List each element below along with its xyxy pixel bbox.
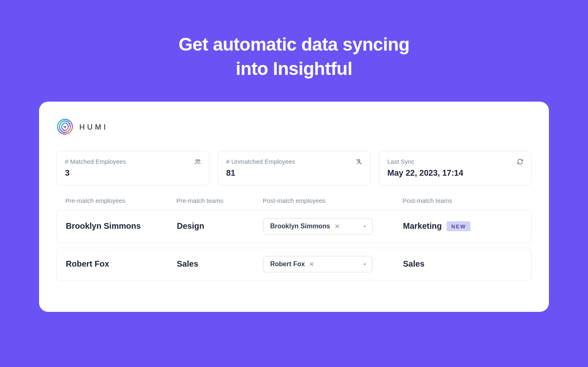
column-header-post-employees: Post-match employees [263,197,403,204]
stat-unmatched-label: # Unmatched Employees [226,158,362,165]
stats-row: # Matched Employees 3 # Unmatched Employ… [56,151,532,186]
table-row: Brooklyn Simmons Design Brooklyn Simmons… [56,210,532,243]
chevron-down-icon[interactable] [362,262,367,267]
stat-last-sync-label: Last Sync [387,158,523,165]
table-header: Pre-match employees Pre-match teams Post… [56,197,532,210]
logo-text: HUMI [79,123,108,132]
hero-title-line-2: into Insightful [0,56,588,81]
new-badge: NEW [447,221,470,231]
stat-matched-label: # Matched Employees [65,158,201,165]
column-header-post-teams: Post-match teams [403,197,523,204]
post-match-team-name: Marketing [403,221,442,231]
person-off-icon [355,158,363,167]
svg-point-5 [199,160,200,161]
column-header-pre-employees: Pre-match employees [65,197,176,204]
chevron-down-icon[interactable] [362,224,367,229]
humi-logo-icon: H [56,118,74,137]
stat-matched-value: 3 [65,168,201,178]
stat-unmatched-employees: # Unmatched Employees 81 [218,151,370,186]
logo: H HUMI [56,118,532,137]
column-header-pre-teams: Pre-match teams [176,197,263,204]
pre-match-team-name: Sales [177,259,263,269]
post-match-employee-selected: Brooklyn Simmons [270,223,330,230]
stat-unmatched-value: 81 [226,168,362,178]
close-icon[interactable] [309,261,315,267]
stat-last-sync-value: May 22, 2023, 17:14 [387,168,523,178]
people-icon [194,158,201,167]
pre-match-employee-name: Brooklyn Simmons [66,221,177,231]
table-row: Robert Fox Sales Robert Fox Sales [56,248,532,281]
pre-match-team-name: Design [177,221,263,231]
hero-title-line-1: Get automatic data syncing [0,32,588,56]
stat-last-sync: Last Sync May 22, 2023, 17:14 [379,151,532,186]
close-icon[interactable] [334,223,340,229]
sync-icon[interactable] [516,158,524,167]
svg-text:H: H [64,125,66,129]
post-match-team-name: Sales [403,259,424,269]
stat-matched-employees: # Matched Employees 3 [56,151,209,186]
post-match-employee-selected: Robert Fox [270,260,305,268]
post-match-employee-select[interactable]: Brooklyn Simmons [263,218,373,235]
pre-match-employee-name: Robert Fox [66,259,177,269]
sync-card: H HUMI # Matched Employees 3 # Unmatched… [39,102,549,312]
hero-title: Get automatic data syncing into Insightf… [0,0,588,102]
svg-point-4 [196,160,198,162]
post-match-employee-select[interactable]: Robert Fox [263,256,373,272]
